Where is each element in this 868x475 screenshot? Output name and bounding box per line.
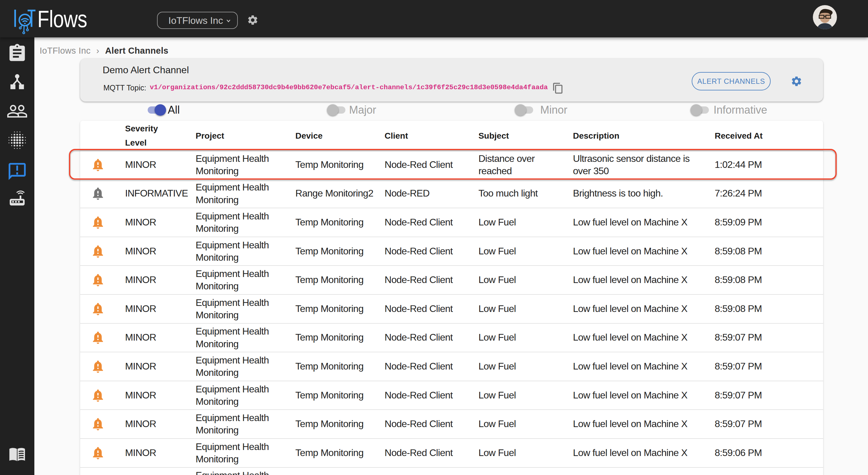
svg-text:Flows: Flows <box>37 6 87 32</box>
